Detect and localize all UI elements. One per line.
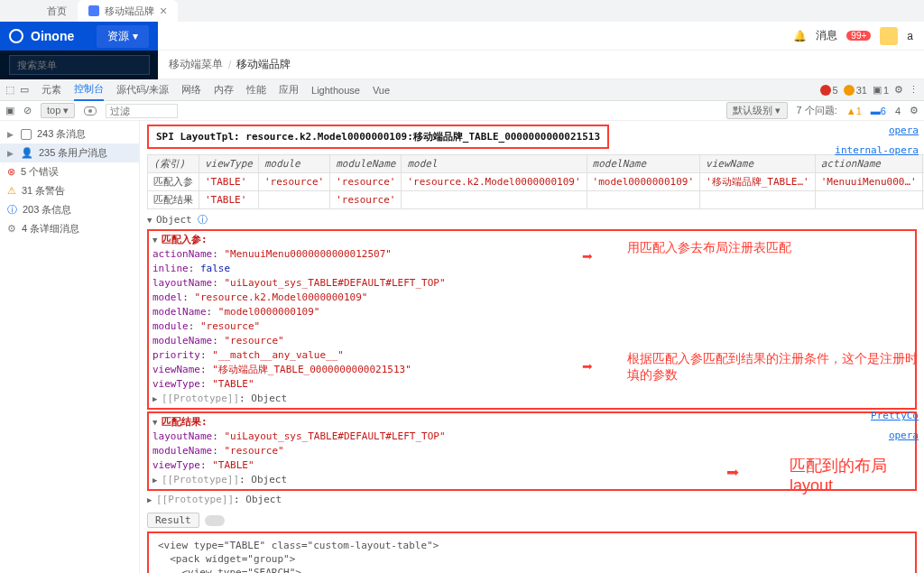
notif-count-badge: 99+ xyxy=(846,31,871,41)
link-opera-2[interactable]: opera xyxy=(889,430,919,441)
arrow-icon: ➡ xyxy=(582,245,593,267)
console-filter-bar: ▣ ⊘ top ▾ 默认级别 ▾ 7 个问题: ▲1 ▬6 4 ⚙ xyxy=(0,101,924,121)
gear-icon[interactable]: ⚙ xyxy=(894,84,903,96)
browser-tab-active[interactable]: 移动端品牌 × xyxy=(78,0,178,22)
sidebar-item-verbose[interactable]: ⚙4 条详细消息 xyxy=(0,219,139,238)
info-count[interactable]: ▣1 xyxy=(873,84,889,96)
result-button[interactable]: Result xyxy=(147,513,199,528)
filter-right: 默认级别 ▾ 7 个问题: ▲1 ▬6 4 ⚙ xyxy=(726,102,919,119)
devtools-bar: ⬚ ▭ 元素 控制台 源代码/来源 网络 内存 性能 应用 Lighthouse… xyxy=(0,79,924,101)
info-icon: ⓘ xyxy=(7,203,17,217)
tree-object[interactable]: ▼Object ⓘ xyxy=(147,213,917,227)
app-name: Oinone xyxy=(31,29,74,43)
layout-code-block: <view type="TABLE" class="custom-layout-… xyxy=(147,531,917,573)
scope-dropdown[interactable]: top ▾ xyxy=(41,103,75,118)
devtools-counts: 5 31 ▣1 ⚙ ⋮ xyxy=(820,84,919,96)
app-favicon-icon xyxy=(88,5,99,16)
inspect-icon[interactable]: ⬚ xyxy=(5,84,14,96)
avatar[interactable] xyxy=(880,27,898,45)
user-icon: 👤 xyxy=(21,147,33,159)
issues-n: 4 xyxy=(895,106,901,116)
console-content: opera internal-opera SPI LayoutTpl: reso… xyxy=(140,121,924,573)
devtools-tab-performance[interactable]: 性能 xyxy=(246,79,266,100)
app-logo-icon xyxy=(9,29,23,43)
eye-icon[interactable] xyxy=(84,106,97,116)
error-count[interactable]: 5 xyxy=(820,85,838,96)
table-row: 匹配入参'TABLE''resource''resource''resource… xyxy=(148,173,925,191)
second-row: 🔍 移动端菜单 / 移动端品牌 xyxy=(0,51,924,79)
more-icon[interactable]: ⋮ xyxy=(909,84,919,96)
devtools-left-icons: ⬚ ▭ xyxy=(5,84,29,96)
search-box: 🔍 xyxy=(0,51,158,79)
devtools-tab-vue[interactable]: Vue xyxy=(373,81,390,99)
notif-label: 消息 xyxy=(816,28,837,43)
browser-tab-strip: 首页 移动端品牌 × xyxy=(0,0,924,22)
main-area: ▶243 条消息 ▶👤235 条用户消息 ⊗5 个错误 ⚠31 条警告 ⓘ203… xyxy=(0,121,924,573)
table-row: 匹配结果'TABLE''resource''uiLayout_sys_TA…' xyxy=(148,191,925,209)
tab-label: 首页 xyxy=(47,5,67,18)
user-name: a xyxy=(907,30,913,42)
issues-flag: ▬6 xyxy=(871,106,886,116)
sidebar-item-errors[interactable]: ⊗5 个错误 xyxy=(0,162,139,181)
expand-icon: ▶ xyxy=(7,130,14,139)
sidebar-item-messages[interactable]: ▶243 条消息 xyxy=(0,125,139,143)
warn-icon: ⚠ xyxy=(7,185,16,197)
warn-icon xyxy=(844,85,855,96)
sidebar-toggle-icon[interactable]: ▣ xyxy=(5,105,14,116)
result-bar: Result xyxy=(147,513,917,528)
error-icon: ⊗ xyxy=(7,166,15,178)
devtools-tab-lighthouse[interactable]: Lighthouse xyxy=(311,81,360,99)
spi-title: SPI LayoutTpl: resource.k2.Model00000001… xyxy=(147,125,609,149)
arrow-icon: ➡ xyxy=(582,356,593,377)
devtools-tab-network[interactable]: 网络 xyxy=(181,79,201,100)
browser-tab-home[interactable]: 首页 xyxy=(36,0,78,22)
sidebar-item-user-messages[interactable]: ▶👤235 条用户消息 xyxy=(0,143,139,162)
filter-input[interactable] xyxy=(106,104,178,118)
sidebar-item-info[interactable]: ⓘ203 条信息 xyxy=(0,200,139,219)
close-icon[interactable]: × xyxy=(160,4,167,18)
devtools-tab-elements[interactable]: 元素 xyxy=(42,79,61,100)
app-header-left: Oinone 资源 ▾ xyxy=(0,22,158,51)
chevron-down-icon: ▾ xyxy=(133,30,138,42)
message-sidebar: ▶243 条消息 ▶👤235 条用户消息 ⊗5 个错误 ⚠31 条警告 ⓘ203… xyxy=(0,121,140,573)
tab-label: 移动端品牌 xyxy=(105,5,154,18)
list-icon xyxy=(21,129,32,140)
breadcrumb-parent[interactable]: 移动端菜单 xyxy=(169,57,223,72)
devtools-tab-sources[interactable]: 源代码/来源 xyxy=(116,79,169,100)
result-toggle[interactable] xyxy=(205,515,225,526)
clear-console-icon[interactable]: ⊘ xyxy=(23,105,32,116)
level-dropdown[interactable]: 默认级别 ▾ xyxy=(726,102,787,119)
console-table: (索引)viewTypemodulemoduleNamemodelmodelNa… xyxy=(147,154,924,209)
resource-menu-dropdown[interactable]: 资源 ▾ xyxy=(97,25,149,48)
arrow-icon: ➡ xyxy=(726,460,739,485)
link-internal[interactable]: internal-opera xyxy=(835,144,919,156)
breadcrumb: 移动端菜单 / 移动端品牌 xyxy=(158,51,924,79)
tree-match-out[interactable]: ▼匹配结果: xyxy=(152,415,911,430)
devtools-tab-memory[interactable]: 内存 xyxy=(214,79,234,100)
annotation-1: 用匹配入参去布局注册表匹配 xyxy=(627,240,791,256)
menu-label: 资源 xyxy=(107,29,129,44)
devtools-tab-application[interactable]: 应用 xyxy=(279,79,299,100)
breadcrumb-current: 移动端品牌 xyxy=(236,57,291,72)
annotation-2: 根据匹配入参匹配到结果的注册条件，这个是注册时填的参数 xyxy=(627,351,924,384)
app-header-right: 🔔 消息 99+ a xyxy=(158,22,924,51)
gear-icon: ⚙ xyxy=(7,223,16,235)
warn-count[interactable]: 31 xyxy=(844,85,867,96)
tree-match-in[interactable]: ▼匹配入参: xyxy=(152,233,911,247)
devtools-tab-console[interactable]: 控制台 xyxy=(74,79,104,101)
expand-icon: ▶ xyxy=(7,149,14,158)
link-pretty[interactable]: PrettyCo xyxy=(871,410,919,421)
link-opera-1[interactable]: opera xyxy=(889,125,919,136)
app-header: Oinone 资源 ▾ 🔔 消息 99+ a xyxy=(0,22,924,51)
issues-warn: ▲1 xyxy=(846,106,862,116)
gear-icon[interactable]: ⚙ xyxy=(910,105,919,116)
bell-icon[interactable]: 🔔 xyxy=(793,30,807,42)
annotation-3: 匹配到的布局 layout xyxy=(790,455,924,495)
error-icon xyxy=(820,85,831,96)
issues-label: 7 个问题: xyxy=(797,104,837,117)
search-input[interactable] xyxy=(9,55,150,75)
breadcrumb-sep: / xyxy=(228,59,231,71)
table-header-row: (索引)viewTypemodulemoduleNamemodelmodelNa… xyxy=(148,155,925,173)
device-icon[interactable]: ▭ xyxy=(20,84,29,96)
sidebar-item-warnings[interactable]: ⚠31 条警告 xyxy=(0,181,139,200)
